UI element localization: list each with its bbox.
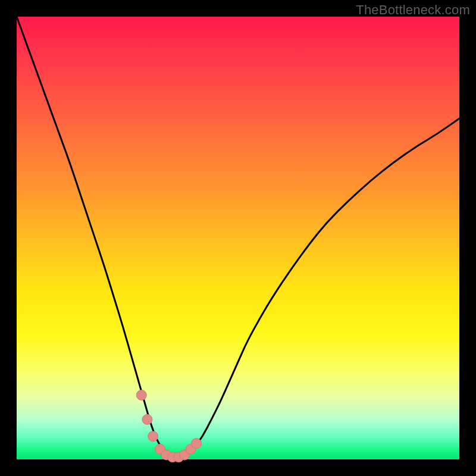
watermark-text: TheBottleneck.com	[356, 2, 470, 18]
curve-marker	[148, 431, 158, 441]
chart-frame: TheBottleneck.com	[0, 0, 476, 476]
curve-marker	[192, 439, 202, 449]
curve-marker	[136, 390, 146, 400]
curve-layer	[17, 17, 459, 459]
plot-area	[17, 17, 459, 459]
curve-marker	[142, 415, 152, 425]
bottleneck-curve	[17, 17, 459, 457]
marker-group	[136, 390, 201, 462]
